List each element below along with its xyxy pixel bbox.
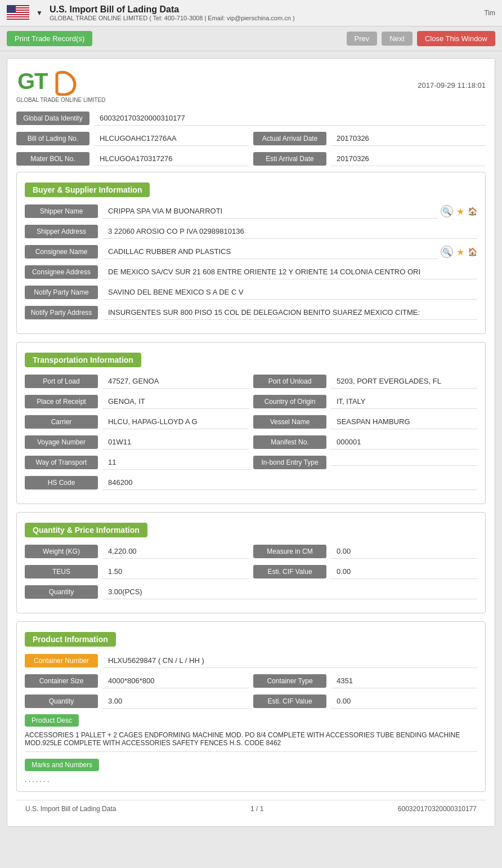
company-logo: G T — [16, 68, 78, 96]
svg-text:G: G — [17, 69, 35, 94]
shipper-address-row: Shipper Address 3 22060 AROSIO CO P IVA … — [25, 224, 477, 239]
container-number-row: Container Number HLXU5629847 ( CN / L / … — [25, 653, 477, 668]
hs-code-value: 846200 — [102, 475, 477, 490]
star-icon[interactable]: ★ — [456, 206, 464, 217]
shipper-icons: 🔍 ★ 🏠 — [441, 205, 477, 217]
esti-cif-value: 0.00 — [331, 564, 477, 579]
consignee-search-icon[interactable]: 🔍 — [441, 246, 453, 258]
place-receipt-row: Place of Receipt GENOA, IT Country of Or… — [25, 394, 477, 409]
vessel-name-label: Vessel Name — [253, 415, 326, 429]
search-icon[interactable]: 🔍 — [441, 205, 453, 217]
quantity-label: Quantity — [25, 585, 98, 599]
notify-party-address-label: Notify Party Address — [25, 306, 98, 319]
marks-numbers-row: Marks and Numbers — [25, 759, 477, 771]
actual-arrival-value: 20170326 — [331, 131, 486, 146]
toolbar: Print Trade Record(s) Prev Next Close Th… — [0, 26, 502, 51]
app-title: U.S. Import Bill of Lading Data — [50, 5, 478, 15]
bill-lading-col: Bill of Lading No. HLCUGOAHC17276AA — [16, 131, 249, 146]
svg-rect-7 — [7, 5, 16, 13]
transportation-title: Transportation Information — [25, 353, 141, 367]
measure-value: 0.00 — [331, 544, 477, 559]
master-bol-value: HLCUGOA170317276 — [94, 152, 249, 166]
svg-rect-6 — [7, 17, 29, 19]
consignee-name-value: CADILLAC RUBBER AND PLASTICS — [102, 244, 438, 259]
consignee-home-icon[interactable]: 🏠 — [468, 247, 477, 256]
print-button[interactable]: Print Trade Record(s) — [7, 31, 92, 46]
user-name: Tim — [484, 9, 495, 17]
main-content: G T GLOBAL TRADE ONLINE LIMITED 2017-09-… — [0, 51, 502, 868]
product-desc-row: Product Desc — [25, 714, 477, 727]
place-receipt-label: Place of Receipt — [25, 395, 98, 408]
esti-arrival-value: 20170326 — [331, 152, 486, 166]
marks-numbers-button[interactable]: Marks and Numbers — [25, 759, 99, 771]
shipper-name-label: Shipper Name — [25, 204, 98, 218]
next-button[interactable]: Next — [382, 32, 413, 46]
footer-right: 600320170320000310177 — [398, 805, 477, 813]
shipper-name-value: CRIPPA SPA VIA M BUONARROTI — [102, 204, 438, 219]
consignee-name-row: Consignee Name CADILLAC RUBBER AND PLAST… — [25, 244, 477, 259]
product-esti-cif-value: 0.00 — [331, 694, 477, 709]
carrier-value: HLCU, HAPAG-LLOYD A G — [102, 415, 249, 429]
way-transport-value: 11 — [102, 455, 249, 470]
place-receipt-value: GENOA, IT — [102, 394, 249, 409]
bill-lading-label: Bill of Lading No. — [16, 132, 89, 145]
manifest-no-value: 000001 — [331, 435, 477, 449]
top-bar-title-block: U.S. Import Bill of Lading Data GLOBAL T… — [50, 5, 478, 21]
flag-icon — [7, 5, 29, 21]
inbond-entry-label: In-bond Entry Type — [253, 456, 326, 469]
notify-party-address-value: INSURGENTES SUR 800 PISO 15 COL DE DELEG… — [102, 305, 477, 320]
product-desc-button[interactable]: Product Desc — [25, 714, 79, 727]
consignee-address-row: Consignee Address DE MEXICO SA/CV SUR 21… — [25, 265, 477, 279]
bill-lading-value: HLCUGOAHC17276AA — [94, 131, 249, 146]
shipper-address-label: Shipper Address — [25, 225, 98, 238]
home-icon[interactable]: 🏠 — [468, 207, 477, 216]
notify-party-name-row: Notify Party Name SAVINO DEL BENE MEXICO… — [25, 285, 477, 300]
global-data-identity-row: Global Data Identity 6003201703200003101… — [16, 111, 486, 126]
notify-party-name-label: Notify Party Name — [25, 286, 98, 299]
container-type-label: Container Type — [253, 674, 326, 688]
prev-button[interactable]: Prev — [347, 32, 378, 46]
consignee-star-icon[interactable]: ★ — [456, 247, 464, 257]
footer-bar: U.S. Import Bill of Lading Data 1 / 1 60… — [16, 800, 486, 817]
container-size-row: Container Size 4000*806*800 Container Ty… — [25, 674, 477, 688]
measure-label: Measure in CM — [253, 545, 326, 558]
shipper-name-row: Shipper Name CRIPPA SPA VIA M BUONARROTI… — [25, 204, 477, 219]
container-number-value: HLXU5629847 ( CN / L / HH ) — [102, 653, 477, 668]
dropdown-arrow-icon[interactable]: ▼ — [36, 9, 43, 17]
quantity-row: Quantity 3.00(PCS) — [25, 585, 477, 599]
weight-label: Weight (KG) — [25, 545, 98, 558]
port-load-row: Port of Load 47527, GENOA Port of Unload… — [25, 374, 477, 389]
svg-rect-4 — [7, 13, 29, 14]
esti-arrival-col: Esti Arrival Date 20170326 — [253, 152, 486, 166]
svg-rect-5 — [7, 15, 29, 16]
quantity-value: 3.00(PCS) — [102, 585, 477, 599]
app-subtitle: GLOBAL TRADE ONLINE LIMITED ( Tel: 400-7… — [50, 15, 478, 21]
consignee-name-label: Consignee Name — [25, 245, 98, 259]
product-info-section: Product Information Container Number HLX… — [16, 621, 486, 792]
container-number-label: Container Number — [25, 654, 98, 667]
record-header: G T GLOBAL TRADE ONLINE LIMITED 2017-09-… — [16, 68, 486, 103]
voyage-number-label: Voyage Number — [25, 435, 98, 449]
record-card: G T GLOBAL TRADE ONLINE LIMITED 2017-09-… — [7, 58, 495, 827]
container-type-value: 4351 — [331, 674, 477, 688]
buyer-supplier-title: Buyer & Supplier Information — [25, 182, 150, 197]
consignee-address-value: DE MEXICO SA/CV SUR 21 608 ENTRE ORIENTE… — [102, 265, 477, 279]
hs-code-label: HS Code — [25, 476, 98, 489]
port-load-value: 47527, GENOA — [102, 374, 249, 389]
voyage-number-value: 01W11 — [102, 435, 249, 449]
footer-left: U.S. Import Bill of Lading Data — [25, 805, 116, 813]
port-load-label: Port of Load — [25, 375, 98, 388]
logo-area: G T GLOBAL TRADE ONLINE LIMITED — [16, 68, 105, 103]
product-esti-cif-label: Esti. CIF Value — [253, 695, 326, 708]
top-bar: ▼ U.S. Import Bill of Lading Data GLOBAL… — [0, 0, 502, 26]
close-button[interactable]: Close This Window — [417, 31, 495, 46]
teus-row: TEUS 1.50 Esti. CIF Value 0.00 — [25, 564, 477, 579]
country-origin-value: IT, ITALY — [331, 394, 477, 409]
shipper-address-value: 3 22060 AROSIO CO P IVA 02989810136 — [102, 224, 477, 239]
actual-arrival-label: Actual Arrival Date — [253, 132, 326, 145]
global-data-identity-value: 600320170320000310177 — [94, 111, 486, 126]
record-date: 2017-09-29 11:18:01 — [418, 81, 486, 90]
weight-value: 4,220.00 — [102, 544, 249, 559]
inbond-entry-value — [331, 460, 477, 466]
master-bol-label: Mater BOL No. — [16, 152, 89, 166]
